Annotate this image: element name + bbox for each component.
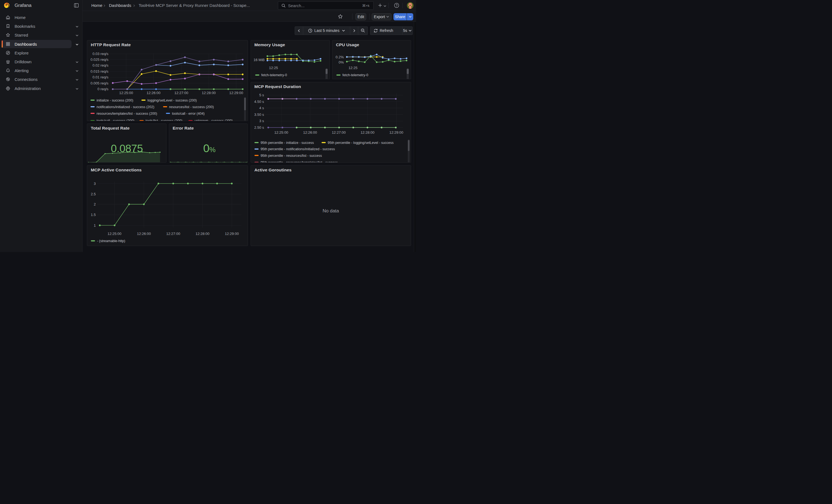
svg-text:12:28:00: 12:28:00 (196, 232, 210, 236)
svg-text:12:28:00: 12:28:00 (202, 91, 216, 95)
svg-text:12:29:00: 12:29:00 (225, 232, 239, 236)
svg-text:12:27:00: 12:27:00 (166, 232, 180, 236)
svg-text:0.005 req/s: 0.005 req/s (90, 81, 109, 85)
svg-text:2.5: 2.5 (91, 192, 96, 196)
svg-text:95th percentile - logging/setL: 95th percentile - logging/setLevel - suc… (328, 140, 393, 144)
svg-text:4.50 s: 4.50 s (254, 99, 264, 103)
svg-text:unknown - success (200): unknown - success (200) (194, 119, 233, 121)
svg-text:3.50 s: 3.50 s (254, 112, 264, 116)
svg-text:1: 1 (94, 223, 96, 227)
svg-text:12:25:00: 12:25:00 (108, 232, 122, 236)
svg-text:12:25:00: 12:25:00 (274, 130, 288, 135)
svg-text:initialize - success (200): initialize - success (200) (97, 99, 133, 102)
svg-text:12:27:00: 12:27:00 (332, 130, 345, 135)
svg-text:fetch-telemetry-0: fetch-telemetry-0 (342, 73, 368, 77)
svg-text:0%: 0% (203, 142, 215, 155)
svg-text:12:28:00: 12:28:00 (360, 130, 374, 135)
svg-text:0.015 req/s: 0.015 req/s (90, 69, 109, 74)
svg-text:5 s: 5 s (259, 93, 264, 97)
svg-text:- (streamable-http): - (streamable-http) (97, 239, 125, 243)
svg-text:0 req/s: 0 req/s (97, 87, 108, 91)
svg-text:0.01 req/s: 0.01 req/s (93, 75, 108, 79)
svg-text:3 s: 3 s (259, 119, 264, 123)
svg-text:12:27:00: 12:27:00 (175, 91, 188, 95)
svg-text:12:26:00: 12:26:00 (147, 91, 161, 95)
svg-text:tools/list - success (200): tools/list - success (200) (146, 119, 182, 121)
svg-text:95th percentile - notification: 95th percentile - notifications/initiali… (260, 147, 335, 151)
svg-text:12:26:00: 12:26:00 (303, 130, 317, 135)
svg-text:16 MiB: 16 MiB (253, 58, 264, 62)
svg-text:resources/list - success (200): resources/list - success (200) (169, 105, 214, 109)
svg-text:2.50 s: 2.50 s (254, 125, 264, 129)
svg-text:1.5: 1.5 (91, 213, 96, 217)
svg-text:12:25: 12:25 (348, 66, 358, 70)
svg-text:0.025 req/s: 0.025 req/s (90, 57, 109, 62)
svg-text:0%: 0% (339, 60, 344, 64)
svg-text:12:29:00: 12:29:00 (389, 130, 404, 135)
svg-text:logging/setLevel - success (20: logging/setLevel - success (200) (148, 99, 197, 102)
svg-text:notifications/initialized - su: notifications/initialized - success (202… (97, 105, 154, 109)
svg-text:12:25: 12:25 (269, 66, 278, 70)
svg-text:95th percentile - resources/li: 95th percentile - resources/list - succe… (260, 154, 322, 157)
svg-text:0.0875: 0.0875 (111, 142, 143, 154)
svg-text:tools/call - success (200): tools/call - success (200) (97, 119, 134, 121)
svg-text:95th percentile - initialize -: 95th percentile - initialize - success (260, 140, 314, 144)
svg-text:0.03 req/s: 0.03 req/s (93, 52, 108, 56)
svg-text:resources/templates/list - suc: resources/templates/list - success (200) (97, 112, 157, 115)
svg-text:12:26:00: 12:26:00 (137, 232, 151, 236)
svg-text:12:29:00: 12:29:00 (229, 91, 243, 95)
svg-text:95th percentile - resources/te: 95th percentile - resources/templates/li… (260, 160, 338, 163)
svg-text:tools/call - error (404): tools/call - error (404) (172, 112, 205, 115)
svg-text:3: 3 (94, 181, 96, 185)
svg-text:2: 2 (94, 202, 96, 206)
svg-text:0.02 req/s: 0.02 req/s (93, 63, 108, 68)
svg-text:12:25:00: 12:25:00 (119, 91, 133, 95)
svg-text:4 s: 4 s (259, 106, 264, 110)
svg-text:0.2%: 0.2% (336, 55, 344, 59)
svg-text:fetch-telemetry-0: fetch-telemetry-0 (261, 73, 287, 77)
